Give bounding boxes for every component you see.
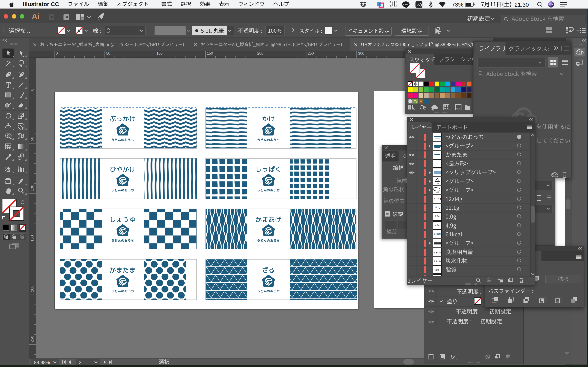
svg-text:fx: fx: [450, 354, 455, 360]
svg-text:PET: PET: [436, 182, 439, 184]
